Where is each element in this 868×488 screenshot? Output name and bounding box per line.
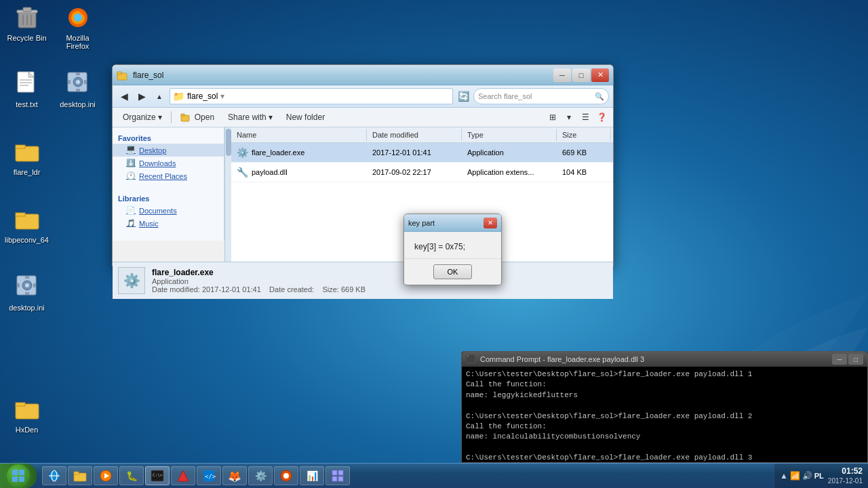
open-button[interactable]: Open — [174, 110, 220, 125]
desktop-icon-desktop-ini2[interactable]: desktop.ini — [1, 271, 52, 314]
desktop-icon-libpeconv[interactable]: libpeconv_64 — [1, 203, 52, 247]
explorer-window-icon — [117, 70, 127, 81]
sidebar-scrollbar-thumb[interactable] — [226, 129, 231, 156]
tray-clock[interactable]: 01:52 2017-12-01 — [828, 466, 863, 486]
taskbar-item-bug[interactable]: 🐛 — [119, 466, 144, 485]
start-button[interactable] — [0, 464, 37, 488]
cmd-minimize-button[interactable]: ─ — [832, 354, 847, 365]
col-header-size[interactable]: Size — [557, 129, 611, 141]
dialog-ok-button[interactable]: OK — [433, 264, 473, 279]
tray-volume-icon[interactable]: 🔊 — [802, 471, 812, 481]
desktop-ini2-label: desktop.ini — [9, 304, 45, 312]
svg-point-8 — [74, 14, 82, 22]
taskbar-item-triangle[interactable] — [171, 466, 195, 485]
desktop-icon-firefox[interactable]: Mozilla Firefox — [52, 1, 103, 53]
taskbar-item-settings[interactable]: ⚙️ — [248, 466, 273, 485]
svg-rect-30 — [17, 283, 20, 287]
dialog-content: key[3] = 0x75; — [404, 232, 501, 258]
taskbar-item-grid[interactable] — [326, 466, 350, 485]
col-header-name[interactable]: Name — [231, 129, 367, 141]
sidebar-item-documents[interactable]: 📄 Documents — [113, 204, 224, 217]
forward-button[interactable]: ▶ — [134, 89, 149, 104]
sidebar: Favorites 🖥️ Desktop ⬇️ Downloads 🕐 Rece… — [113, 127, 224, 241]
col-header-date[interactable]: Date modified — [367, 129, 462, 141]
taskbar-item-app9[interactable] — [274, 466, 298, 485]
minimize-button[interactable]: ─ — [553, 68, 571, 82]
chart-icon: 📊 — [304, 468, 319, 483]
new-folder-button[interactable]: New folder — [280, 110, 331, 125]
maximize-button[interactable]: □ — [572, 68, 590, 82]
desktop-icon-desktop-ini[interactable]: desktop.ini — [52, 68, 103, 111]
svg-rect-47 — [74, 472, 79, 474]
taskbar-item-chart[interactable]: 📊 — [300, 466, 324, 485]
search-bar[interactable]: Search flare_sol 🔍 — [473, 88, 609, 104]
dll-file-icon: 🔧 — [237, 167, 248, 178]
file-size-cell: 669 KB — [557, 147, 611, 158]
taskbar-item-media[interactable] — [94, 466, 118, 485]
status-date: Date modified: 2017-12-01 01:41 Date cre… — [152, 285, 366, 293]
close-button[interactable]: ✕ — [591, 68, 609, 82]
help-button[interactable]: ❓ — [594, 110, 609, 125]
sidebar-desktop-icon: 🖥️ — [126, 146, 136, 155]
window-controls: ─ □ ✕ — [553, 68, 609, 82]
dialog-message: key[3] = 0x75; — [414, 242, 465, 251]
svg-rect-58 — [338, 470, 343, 475]
svg-point-16 — [76, 80, 80, 84]
sidebar-item-downloads[interactable]: ⬇️ Downloads — [113, 157, 224, 169]
taskbar-item-ie[interactable] — [42, 466, 66, 485]
cmd-taskbar-icon: C:\> — [150, 468, 165, 483]
file-explorer-icon — [73, 468, 87, 483]
libpeconv-icon — [14, 206, 41, 233]
desktop-icon-flare-ldr[interactable]: flare_ldr — [1, 136, 52, 179]
table-row[interactable]: 🔧 payload.dll 2017-09-02 22:17 Applicati… — [231, 163, 613, 182]
tray-expand-icon[interactable]: ▲ — [780, 471, 788, 481]
dialog-close-button[interactable]: ✕ — [484, 218, 497, 228]
sidebar-scrollbar[interactable] — [224, 127, 231, 262]
tray-network-icon[interactable]: 📶 — [790, 471, 800, 481]
svg-marker-52 — [178, 470, 189, 481]
address-bar[interactable]: 📁 flare_sol ▾ — [170, 88, 453, 104]
desktop-icon-test-txt[interactable]: test.txt — [1, 68, 52, 111]
search-placeholder: Search flare_sol — [478, 92, 595, 100]
taskbar-item-vscode[interactable]: </> — [197, 466, 221, 485]
svg-text:</>: </> — [205, 473, 216, 480]
cmd-line-8 — [466, 443, 863, 453]
svg-rect-57 — [332, 470, 337, 475]
sidebar-item-desktop[interactable]: 🖥️ Desktop — [113, 144, 224, 157]
address-dropdown-icon[interactable]: ▾ — [220, 92, 224, 101]
libpeconv-label: libpeconv_64 — [5, 236, 49, 244]
file-type-cell: Application — [462, 147, 557, 158]
taskbar-item-cmd[interactable]: C:\> — [145, 466, 170, 485]
details-view-button[interactable]: ☰ — [578, 110, 593, 125]
view-options-button[interactable]: ⊞ — [545, 110, 560, 125]
desktop-ini-label: desktop.ini — [60, 100, 96, 108]
svg-rect-38 — [181, 114, 184, 116]
desktop-icon-recycle-bin[interactable]: Recycle Bin — [1, 1, 52, 45]
taskbar-item-explorer[interactable] — [68, 466, 92, 485]
organize-button[interactable]: Organize ▾ — [117, 110, 168, 125]
view-toggle-button[interactable]: ▾ — [561, 110, 576, 125]
address-text: flare_sol — [187, 92, 218, 101]
open-icon — [180, 113, 191, 122]
desktop-icon-hxden[interactable]: HxDen — [1, 393, 52, 436]
taskbar-item-firefox2[interactable]: 🦊 — [222, 466, 247, 485]
start-orb-icon — [7, 464, 30, 487]
up-button[interactable]: ▲ — [152, 89, 167, 104]
table-row[interactable]: ⚙️ flare_loader.exe 2017-12-01 01:41 App… — [231, 143, 613, 163]
organize-dropdown-icon: ▾ — [158, 113, 162, 122]
share-with-button[interactable]: Share with ▾ — [222, 110, 279, 125]
cmd-maximize-button[interactable]: □ — [848, 354, 863, 365]
file-list-header: Name Date modified Type Size — [231, 127, 613, 143]
bug-icon: 🐛 — [124, 468, 139, 483]
sidebar-item-recent[interactable]: 🕐 Recent Places — [113, 169, 224, 182]
cmd-titlebar[interactable]: ⬛ Command Prompt - flare_loader.exe payl… — [462, 352, 867, 367]
sidebar-item-music[interactable]: 🎵 Music — [113, 217, 224, 230]
dialog-titlebar[interactable]: key part ✕ — [404, 214, 501, 232]
firefox-label: Mozilla Firefox — [55, 34, 100, 50]
col-header-type[interactable]: Type — [462, 129, 557, 141]
explorer-titlebar[interactable]: flare_sol ─ □ ✕ — [113, 65, 613, 85]
refresh-button[interactable]: 🔄 — [456, 89, 471, 104]
back-button[interactable]: ◀ — [117, 89, 132, 104]
cmd-line-5: C:\Users\tester\Desktop\flare_sol>flare_… — [466, 411, 863, 422]
triangle-app-icon — [176, 468, 191, 483]
